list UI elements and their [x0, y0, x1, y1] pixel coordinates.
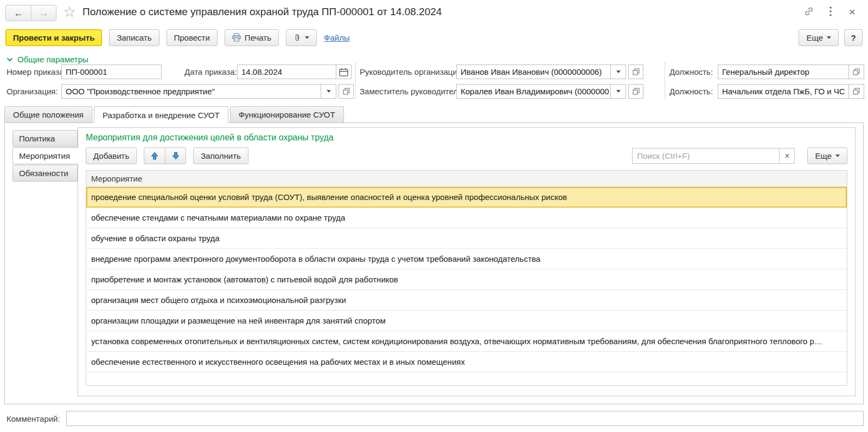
- calendar-icon: [339, 68, 348, 76]
- paperclip-icon: [293, 33, 301, 42]
- deputy-label: Заместитель руководителя:: [360, 87, 464, 96]
- order-date-label: Дата приказа:: [184, 67, 237, 76]
- dropdown-caret-icon: [616, 70, 621, 73]
- post-button[interactable]: Провести: [167, 29, 218, 46]
- dropdown-caret-icon: [827, 36, 831, 39]
- table-row[interactable]: организация мест общего отдыха и психоэм…: [86, 290, 847, 311]
- chevron-down-icon: [7, 57, 13, 62]
- head-value[interactable]: Иванов Иван Иванович (0000000006): [456, 65, 611, 79]
- dropdown-caret-icon: [305, 36, 309, 39]
- side-tab-0[interactable]: Политика: [12, 130, 78, 147]
- events-pane: Мероприятия для достижения целей в облас…: [78, 127, 856, 396]
- post-and-close-button[interactable]: Провести и закрыть: [5, 29, 102, 46]
- back-button[interactable]: ←: [6, 5, 31, 21]
- section-title: Общие параметры: [17, 55, 88, 64]
- table-more-button[interactable]: Еще: [807, 147, 847, 164]
- deputy-field[interactable]: Коралев Иван Владимирович (0000000: [456, 84, 643, 99]
- more-dots-icon[interactable]: [825, 5, 837, 17]
- order-date-field[interactable]: 14.08.2024: [237, 65, 352, 79]
- organization-open-button[interactable]: [339, 84, 354, 99]
- table-row[interactable]: установка современных отопительных и вен…: [86, 331, 847, 352]
- table-row[interactable]: обучение в области охраны труда: [86, 228, 847, 249]
- open-icon: [633, 88, 640, 95]
- page-tabs: Общие положенияРазработка и внедрение СУ…: [4, 106, 346, 123]
- table-row[interactable]: внедрение программ электронного документ…: [86, 249, 847, 269]
- order-number-field[interactable]: ПП-000001: [61, 65, 162, 79]
- table-more-label: Еще: [815, 151, 832, 160]
- toolbar: Провести и закрыть Записать Провести Печ…: [5, 28, 863, 47]
- organization-label: Организация:: [7, 87, 58, 96]
- head-position-value[interactable]: Генеральный директор: [718, 65, 849, 79]
- order-number-label: Номер приказа:: [7, 67, 66, 76]
- forward-arrow-icon: →: [39, 8, 49, 19]
- move-buttons: [144, 147, 186, 164]
- dropdown-caret-icon: [835, 154, 840, 157]
- separator: [355, 63, 356, 99]
- table-row[interactable]: обеспечение стендами с печатными материа…: [86, 208, 847, 228]
- organization-dropdown-button[interactable]: [321, 84, 336, 99]
- events-heading: Мероприятия для достижения целей в облас…: [86, 133, 334, 143]
- deputy-open-button[interactable]: [628, 84, 643, 99]
- files-link[interactable]: Файлы: [324, 33, 350, 42]
- general-params-section-toggle[interactable]: Общие параметры: [7, 55, 88, 64]
- more-button[interactable]: Еще: [799, 29, 839, 46]
- comment-input[interactable]: [66, 411, 864, 426]
- head-dropdown-button[interactable]: [611, 65, 626, 79]
- calendar-button[interactable]: [336, 65, 352, 79]
- deputy-position-open-button[interactable]: [849, 84, 864, 99]
- move-down-button[interactable]: [165, 148, 186, 164]
- open-icon: [633, 68, 640, 75]
- more-button-label: Еще: [806, 33, 823, 42]
- toolbar-right: Еще ?: [799, 29, 863, 46]
- deputy-position-field[interactable]: Начальник отдела ПжБ, ГО и ЧС: [718, 84, 864, 99]
- table-column-header[interactable]: Мероприятие: [86, 171, 847, 187]
- head-field[interactable]: Иванов Иван Иванович (0000000006): [456, 65, 643, 79]
- deputy-dropdown-button[interactable]: [611, 84, 626, 99]
- link-icon[interactable]: [803, 5, 815, 17]
- events-command-bar: Добавить Заполнить: [86, 147, 847, 164]
- save-button[interactable]: Записать: [109, 29, 159, 46]
- close-icon[interactable]: ×: [846, 5, 858, 17]
- search-group: ×: [632, 148, 795, 164]
- document-window: ← → ☆ Положение о системе управления охр…: [0, 0, 868, 432]
- add-button[interactable]: Добавить: [86, 147, 137, 164]
- side-tabs: ПолитикаМероприятияОбязанности: [12, 130, 78, 182]
- organization-field[interactable]: ООО "Производственное предприятие": [61, 84, 354, 99]
- favorite-star-icon[interactable]: ☆: [63, 3, 76, 21]
- order-number-value[interactable]: ПП-000001: [61, 65, 162, 79]
- table-row[interactable]: проведение специальной оценки условий тр…: [86, 187, 847, 208]
- head-open-button[interactable]: [628, 65, 643, 79]
- open-icon: [343, 88, 350, 95]
- help-button[interactable]: ?: [844, 29, 863, 46]
- tab-1[interactable]: Разработка и внедрение СУОТ: [94, 106, 228, 123]
- print-button[interactable]: Печать: [225, 29, 279, 46]
- order-date-value[interactable]: 14.08.2024: [237, 65, 336, 79]
- side-tab-1[interactable]: Мероприятия: [12, 147, 78, 164]
- side-tab-2[interactable]: Обязанности: [12, 165, 78, 182]
- tab-0[interactable]: Общие положения: [4, 106, 92, 122]
- attachments-button[interactable]: [286, 29, 317, 46]
- forward-button[interactable]: →: [31, 5, 56, 21]
- fill-button[interactable]: Заполнить: [193, 147, 248, 164]
- page-title: Положение о системе управления охраной т…: [82, 6, 442, 18]
- head-position-open-button[interactable]: [849, 65, 864, 79]
- back-arrow-icon: ←: [14, 8, 23, 19]
- deputy-value[interactable]: Коралев Иван Владимирович (0000000: [456, 84, 611, 99]
- arrow-up-icon: [151, 152, 158, 160]
- search-clear-button[interactable]: ×: [780, 148, 795, 164]
- deputy-position-value[interactable]: Начальник отдела ПжБ, ГО и ЧС: [718, 84, 849, 99]
- deputy-position-label: Должность:: [669, 87, 713, 96]
- head-position-field[interactable]: Генеральный директор: [718, 65, 864, 79]
- head-label: Руководитель организации:: [360, 67, 464, 76]
- tab-2[interactable]: Функционирование СУОТ: [230, 106, 344, 122]
- move-up-button[interactable]: [144, 148, 165, 164]
- window-icons: ×: [803, 5, 858, 17]
- separator: [665, 63, 665, 99]
- search-input[interactable]: [632, 148, 780, 164]
- events-table: Мероприятие проведение специальной оценк…: [86, 170, 847, 386]
- table-row[interactable]: обеспечение естественного и искусственно…: [86, 352, 847, 372]
- table-row[interactable]: приобретение и монтаж установок (автомат…: [86, 269, 847, 290]
- organization-value[interactable]: ООО "Производственное предприятие": [61, 84, 321, 99]
- table-row[interactable]: организации площадки и размещение на ней…: [86, 311, 847, 331]
- arrow-down-icon: [172, 152, 180, 160]
